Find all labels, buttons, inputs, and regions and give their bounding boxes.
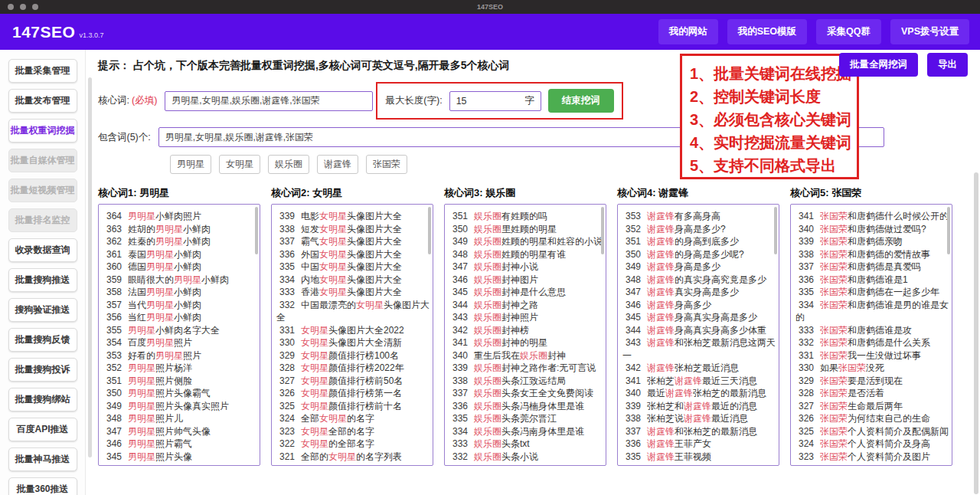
keyword-rank: 353 xyxy=(103,349,122,362)
keyword-row: 347娱乐圈封神小说 xyxy=(449,261,603,274)
keyword-row: 335娱乐圈头条莞尔晋江 xyxy=(449,412,603,425)
keyword-row: 324张国荣个人资料简介及身高 xyxy=(795,438,949,451)
highlighted-keyword: 男明星 xyxy=(128,325,155,336)
highlighted-keyword: 女明星 xyxy=(328,451,356,462)
list-scrollbar[interactable] xyxy=(947,207,950,254)
highlighted-keyword: 谢霆锋 xyxy=(684,413,711,424)
keyword-tag[interactable]: 张国荣 xyxy=(366,155,407,174)
highlighted-keyword: 娱乐圈 xyxy=(474,300,501,310)
result-column-1: 核心词1: 男明星364男明星小鲜肉照片363姓胡的男明星小鲜肉362姓秦的男明… xyxy=(98,186,260,466)
list-scrollbar[interactable] xyxy=(601,207,604,254)
highlighted-keyword: 男明星 xyxy=(155,224,183,234)
highlighted-keyword: 谢霆锋 xyxy=(665,388,693,398)
keyword-row: 357当代男明星小鲜肉 xyxy=(103,299,256,312)
keyword-rank: 348 xyxy=(103,412,122,425)
export-button[interactable]: 导出 xyxy=(927,53,968,77)
sidebar-item[interactable]: 批量搜狗反馈 xyxy=(8,328,77,352)
keyword-list: 351娱乐圈有姓顾的吗350娱乐圈里姓顾的明星349娱乐圈姓顾的明星和姓容的小说… xyxy=(444,204,606,466)
header-nav-item-2[interactable]: 采集QQ群 xyxy=(816,19,881,44)
window-title: 147SEO xyxy=(0,3,980,11)
page-scrollbar[interactable] xyxy=(974,172,978,494)
header-nav-item-1[interactable]: 我的SEO模版 xyxy=(727,19,807,44)
keyword-rank: 361 xyxy=(103,248,122,261)
keyword-row: 353好看的男明星照片 xyxy=(103,349,256,362)
keyword-rank: 344 xyxy=(622,324,641,337)
app-header: 147SEO v1.3.0.7 我的网站我的SEO模版采集QQ群VPS拨号设置 xyxy=(0,14,980,50)
keyword-tag[interactable]: 谢霆锋 xyxy=(317,155,358,174)
keyword-rank: 325 xyxy=(795,425,814,438)
keyword-rank: 327 xyxy=(795,400,814,413)
sidebar-item[interactable]: 批量搜狗绑站 xyxy=(8,388,77,411)
highlighted-keyword: 男明星 xyxy=(155,350,183,361)
core-keyword-label: 核心词: xyxy=(98,94,129,107)
keyword-list: 353谢霆锋有多高身高352谢霆锋身高是多少?351谢霆锋的身高到底多少350谢… xyxy=(617,204,779,466)
highlighted-keyword: 谢霆锋 xyxy=(647,287,675,297)
keyword-row: 351娱乐圈有姓顾的吗 xyxy=(449,210,603,223)
keyword-rank: 339 xyxy=(622,400,641,413)
core-keywords-input[interactable] xyxy=(165,91,373,111)
keyword-rank: 350 xyxy=(622,248,641,261)
list-scrollbar[interactable] xyxy=(428,207,431,254)
keyword-rank: 342 xyxy=(449,324,468,337)
highlighted-keyword: 张国荣 xyxy=(820,451,848,462)
highlighted-keyword: 娱乐圈 xyxy=(474,388,501,398)
keyword-row: 328张国荣是否活着 xyxy=(795,387,949,400)
keyword-tag[interactable]: 娱乐圈 xyxy=(268,155,309,174)
keyword-row: 339电影女明星头像图片大全 xyxy=(276,210,430,223)
keyword-rank: 328 xyxy=(276,362,295,375)
sidebar-item[interactable]: 批量发布管理 xyxy=(8,89,77,113)
sidebar-item[interactable]: 批量360推送 xyxy=(8,477,77,495)
annotation-line: 1、批量关键词在线挖掘 xyxy=(690,62,852,85)
maxlen-input[interactable] xyxy=(456,96,495,107)
main-panel: 提示： 占个坑，下个版本完善批量权重词挖掘,多核心词可英文逗号,隔开最多5个核心… xyxy=(86,50,980,495)
keyword-row: 328女明星颜值排行榜2022年 xyxy=(276,362,430,375)
sidebar-item[interactable]: 搜狗验证推送 xyxy=(8,298,77,322)
header-nav-item-3[interactable]: VPS拨号设置 xyxy=(890,19,969,44)
sidebar-item[interactable]: 批量采集管理 xyxy=(8,59,77,83)
highlighted-keyword: 张国荣 xyxy=(820,401,848,411)
highlighted-keyword: 娱乐圈 xyxy=(474,274,501,285)
maxlen-unit: 字 xyxy=(524,94,534,107)
list-scrollbar[interactable] xyxy=(255,207,258,254)
sidebar-item[interactable]: 批量神马推送 xyxy=(8,447,77,471)
keyword-row: 327张国荣生命最后两年 xyxy=(795,400,949,413)
keyword-row: 349娱乐圈姓顾的明星和姓容的小说 xyxy=(449,235,603,248)
keyword-row: 327女明星颜值排行榜前50名 xyxy=(276,375,430,388)
sidebar-item[interactable]: 批量搜狗推送 xyxy=(8,268,77,292)
keyword-rank: 341 xyxy=(449,336,468,349)
list-scrollbar[interactable] xyxy=(774,207,777,254)
keyword-row: 342谢霆锋张柏芝最近消息 xyxy=(622,362,776,375)
highlighted-keyword: 男明星 xyxy=(155,236,183,247)
keyword-tag[interactable]: 女明星 xyxy=(219,155,260,174)
keyword-rank: 328 xyxy=(795,387,814,400)
keyword-row: 331张国荣我一生没做过坏事 xyxy=(795,349,949,362)
titlebar: 147SEO xyxy=(0,0,980,14)
keyword-row: 334张国荣和唐鹤德谁是男的谁是女的 xyxy=(795,299,949,324)
highlighted-keyword: 男明星 xyxy=(128,362,155,373)
keyword-row: 338短发女明星头像图片大全 xyxy=(276,223,430,236)
sidebar-item[interactable]: 批量权重词挖掘 xyxy=(8,119,77,143)
content-scrollbar[interactable] xyxy=(88,77,92,457)
sidebar-item[interactable]: 百度API推送 xyxy=(8,418,77,441)
highlighted-keyword: 娱乐圈 xyxy=(474,362,501,373)
highlighted-keyword: 女明星 xyxy=(319,236,347,247)
sidebar-item[interactable]: 批量搜狗投诉 xyxy=(8,358,77,382)
header-nav-item-0[interactable]: 我的网站 xyxy=(658,19,718,44)
highlighted-keyword: 谢霆锋 xyxy=(647,261,675,272)
keyword-row: 345谢霆锋身高真实身高是多少 xyxy=(622,311,776,324)
highlighted-keyword: 女明星 xyxy=(301,438,328,449)
stop-mining-button[interactable]: 结束挖词 xyxy=(548,89,614,113)
sidebar-item[interactable]: 收录数据查询 xyxy=(8,238,77,262)
keyword-rank: 332 xyxy=(795,336,814,349)
keyword-rank: 329 xyxy=(276,349,295,362)
highlighted-keyword: 女明星 xyxy=(319,274,347,285)
app-version: v1.3.0.7 xyxy=(79,31,103,39)
batch-mine-button[interactable]: 批量全网挖词 xyxy=(839,53,918,77)
keyword-row: 340最近谢霆锋张柏芝的最新消息 xyxy=(622,387,776,400)
keyword-tag[interactable]: 男明星 xyxy=(170,155,211,174)
highlighted-keyword: 娱乐圈 xyxy=(474,261,501,272)
keyword-rank: 329 xyxy=(795,375,814,388)
keyword-row: 321全部的女明星的名字列表 xyxy=(276,451,430,464)
highlighted-keyword: 男明星 xyxy=(128,401,155,411)
highlighted-keyword: 娱乐圈 xyxy=(474,287,501,297)
